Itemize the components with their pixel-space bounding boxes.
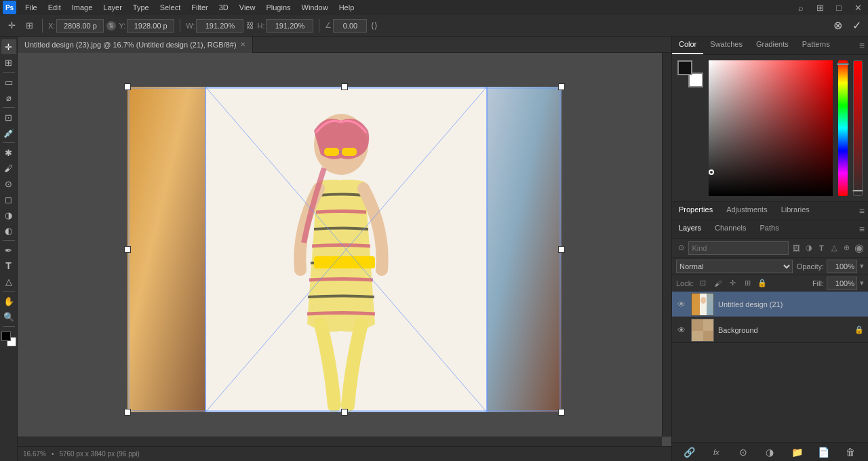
transform-handle-ml[interactable]	[124, 246, 131, 253]
eyedropper-tool[interactable]: 💉	[1, 125, 16, 140]
color-picker-cursor[interactable]	[709, 169, 714, 175]
shape-tool[interactable]: △	[1, 274, 16, 289]
filter-smart-icon[interactable]: ⊕	[842, 242, 851, 254]
tab-patterns[interactable]: Patterns	[795, 37, 837, 54]
clone-tool[interactable]: ⊙	[1, 176, 16, 191]
workspace-icon[interactable]: ⊞	[812, 0, 827, 15]
transform-handle-tr[interactable]	[558, 83, 565, 90]
menu-file[interactable]: File	[20, 2, 42, 13]
move-tool[interactable]: ✛	[1, 39, 16, 54]
tab-close-button[interactable]: ✕	[240, 41, 245, 48]
filter-pixel-icon[interactable]: 🖼	[791, 242, 801, 254]
saturation-picker[interactable]	[709, 60, 833, 196]
transform-handle-mr[interactable]	[558, 246, 565, 253]
menu-select[interactable]: Select	[155, 2, 186, 13]
menu-view[interactable]: View	[235, 2, 260, 13]
rect-select-tool[interactable]: ▭	[1, 75, 16, 89]
transform-handle-bl[interactable]	[124, 409, 131, 416]
canvas-scroll-vertical[interactable]	[662, 53, 671, 437]
lasso-tool[interactable]: ⌀	[1, 90, 16, 105]
layer-delete-icon[interactable]: 🗑	[843, 445, 858, 460]
layer-group-icon[interactable]: 📁	[789, 445, 804, 460]
fill-input[interactable]	[827, 277, 857, 290]
transform-handle-br[interactable]	[558, 409, 565, 416]
layer-fx-icon[interactable]: fx	[709, 445, 724, 460]
menu-image[interactable]: Image	[67, 2, 98, 13]
dodge-tool[interactable]: ◐	[1, 223, 16, 238]
menu-layer[interactable]: Layer	[98, 2, 127, 13]
y-input[interactable]	[127, 19, 174, 33]
close-icon[interactable]: ✕	[850, 0, 865, 15]
w-input[interactable]	[196, 19, 243, 33]
canvas-content[interactable]	[18, 53, 671, 446]
layer-item[interactable]: 👁 Background 🔒	[672, 317, 868, 343]
transform-handle-bc[interactable]	[341, 409, 348, 416]
menu-filter[interactable]: Filter	[186, 2, 212, 13]
layer-visibility-toggle[interactable]: 👁	[676, 325, 687, 336]
lock-transparent-icon[interactable]: ⊡	[696, 277, 709, 289]
menu-window[interactable]: Window	[297, 2, 333, 13]
tab-libraries[interactable]: Libraries	[774, 202, 816, 220]
layer-mask-icon[interactable]: ⊙	[736, 445, 751, 460]
angle-input[interactable]	[333, 19, 367, 33]
crop-tool[interactable]: ⊡	[1, 110, 16, 125]
tab-channels[interactable]: Channels	[708, 220, 753, 238]
xy-swap-icon[interactable]: ⇅	[106, 21, 116, 31]
opacity-input[interactable]	[827, 260, 857, 273]
filter-shape-icon[interactable]: △	[829, 242, 839, 254]
lock-all-icon[interactable]: 🔒	[756, 277, 768, 289]
fg-bg-color-swatch[interactable]	[1, 332, 16, 346]
blend-mode-select[interactable]: Normal	[676, 260, 793, 273]
hue-slider[interactable]	[838, 60, 848, 196]
eraser-tool[interactable]: ◻	[1, 192, 16, 207]
canvas-scroll-horizontal[interactable]	[18, 437, 662, 446]
layers-panel-options-icon[interactable]: ≡	[856, 220, 868, 238]
tab-swatches[interactable]: Swatches	[703, 37, 749, 54]
fill-chevron[interactable]: ▾	[860, 279, 864, 287]
layer-visibility-toggle[interactable]: 👁	[676, 299, 687, 310]
lock-pixels-icon[interactable]: 🖌	[711, 277, 724, 289]
filter-text-icon[interactable]: T	[816, 242, 826, 254]
canvas-tab[interactable]: Untitled design (23).jpg @ 16.7% (Untitl…	[18, 37, 253, 53]
layer-new-icon[interactable]: 📄	[816, 445, 831, 460]
brush-tool[interactable]: 🖌	[1, 161, 16, 176]
h-input[interactable]	[266, 19, 313, 33]
text-tool[interactable]: T	[1, 258, 16, 273]
artboard-tool[interactable]: ⊞	[1, 55, 16, 70]
tab-color[interactable]: Color	[672, 37, 703, 54]
transform-handle-tl[interactable]	[124, 83, 131, 90]
color-panel-options-icon[interactable]: ≡	[856, 37, 868, 54]
prop-panel-options-icon[interactable]: ≡	[856, 202, 868, 220]
tab-adjustments[interactable]: Adjustments	[719, 202, 774, 220]
menu-edit[interactable]: Edit	[43, 2, 66, 13]
filter-adjust-icon[interactable]: ◑	[804, 242, 814, 254]
pen-tool[interactable]: ✒	[1, 243, 16, 258]
link-wh-icon[interactable]: ⛓	[246, 21, 254, 31]
layers-search-input[interactable]	[688, 241, 789, 255]
layer-adjustment-icon[interactable]: ◑	[762, 445, 777, 460]
tab-gradients[interactable]: Gradients	[749, 37, 795, 54]
x-input[interactable]	[56, 19, 104, 33]
tab-properties[interactable]: Properties	[672, 202, 719, 220]
menu-3d[interactable]: 3D	[214, 2, 233, 13]
confirm-transform-button[interactable]: ✓	[849, 18, 864, 33]
fg-swatch[interactable]	[677, 60, 692, 75]
layer-link-icon[interactable]: 🔗	[682, 445, 697, 460]
menu-help[interactable]: Help	[334, 2, 359, 13]
hand-tool[interactable]: ✋	[1, 294, 16, 308]
filter-toggle[interactable]: ◉	[854, 242, 864, 254]
tab-layers[interactable]: Layers	[672, 220, 708, 238]
zoom-tool[interactable]: 🔍	[1, 309, 16, 324]
gradient-tool[interactable]: ◑	[1, 207, 16, 222]
lock-artboard-icon[interactable]: ⊞	[741, 277, 753, 289]
lock-position-icon[interactable]: ✛	[726, 277, 738, 289]
cancel-transform-button[interactable]: ⊗	[830, 18, 845, 33]
menu-plugins[interactable]: Plugins	[261, 2, 295, 13]
tab-paths[interactable]: Paths	[753, 220, 786, 238]
menu-type[interactable]: Type	[128, 2, 154, 13]
transform-handle-tc[interactable]	[341, 83, 348, 90]
maximize-icon[interactable]: □	[831, 0, 846, 15]
search-icon[interactable]: ⌕	[793, 0, 808, 15]
layer-item[interactable]: 👁 Untitled design (21)	[672, 292, 868, 317]
heal-tool[interactable]: ✱	[1, 145, 16, 160]
